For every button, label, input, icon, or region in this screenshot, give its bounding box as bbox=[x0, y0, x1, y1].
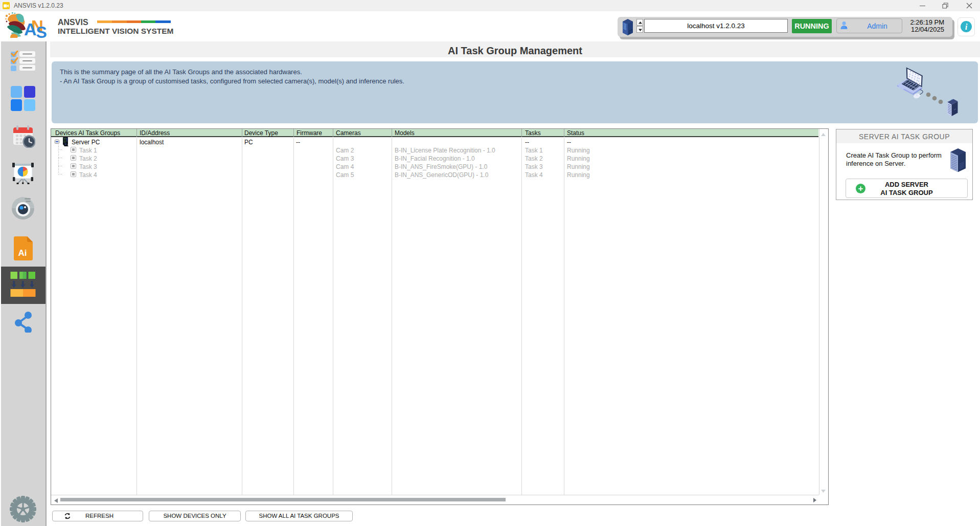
svg-text:Ai: Ai bbox=[18, 248, 27, 258]
svg-text:A: A bbox=[24, 19, 37, 39]
svg-text:S: S bbox=[36, 23, 47, 41]
